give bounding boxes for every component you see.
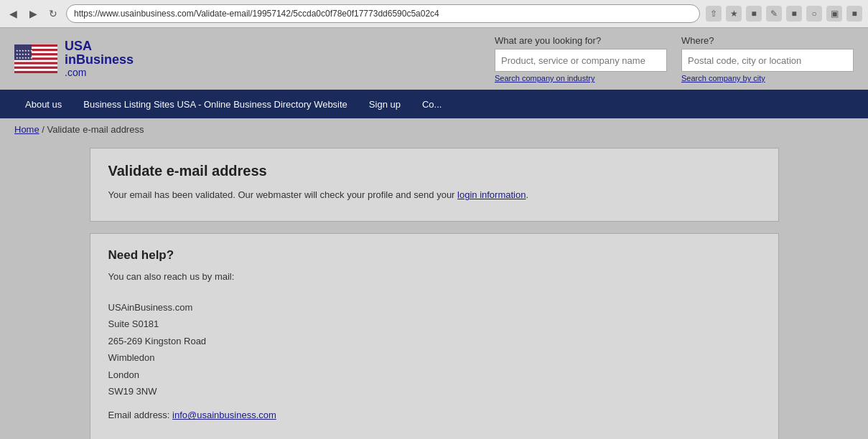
svg-rect-8 <box>14 62 57 65</box>
us-flag-icon: ★★★★★★ ★★★★★ ★★★★★★ <box>14 44 57 73</box>
svg-rect-11 <box>14 69 57 71</box>
search-area: What are you looking for? Search company… <box>495 35 854 82</box>
validate-description: Your email has been validated. Our webma… <box>108 188 760 202</box>
logo-usa: USA <box>65 39 134 54</box>
share-icon[interactable]: ⇧ <box>706 6 722 22</box>
url-bar[interactable] <box>66 4 700 23</box>
nav-business-listing[interactable]: Business Listing Sites USA - Online Busi… <box>73 99 358 110</box>
nav-co[interactable]: Co... <box>411 99 452 110</box>
address-line2: Suite S0181 <box>108 316 760 332</box>
site-header: ★★★★★★ ★★★★★ ★★★★★★ USA inBusiness .com … <box>0 28 868 90</box>
extension-icon6[interactable]: ■ <box>846 6 862 22</box>
breadcrumb-separator: / <box>42 124 47 135</box>
email-address-link[interactable]: info@usainbusiness.com <box>172 410 276 420</box>
email-line: Email address: info@usainbusiness.com <box>108 408 760 423</box>
browser-toolbar: ◀ ▶ ↻ ⇧ ★ ■ ✎ ■ ○ ▣ ■ <box>0 0 868 27</box>
address-line5: London <box>108 367 760 383</box>
logo-com: .com <box>65 67 134 78</box>
search-industry-link[interactable]: Search company on industry <box>495 74 667 82</box>
search-what-label: What are you looking for? <box>495 35 667 46</box>
browser-chrome: ◀ ▶ ↻ ⇧ ★ ■ ✎ ■ ○ ▣ ■ <box>0 0 868 28</box>
star-icon[interactable]: ★ <box>726 6 742 22</box>
validate-desc-after: . <box>526 189 528 200</box>
help-intro: You can also reach us by mail: <box>108 270 760 284</box>
address-block: USAinBusiness.com Suite S0181 265-269 Ki… <box>108 299 760 400</box>
svg-text:★★★★★★: ★★★★★★ <box>16 56 33 60</box>
nav-bar: About us Business Listing Sites USA - On… <box>0 90 868 118</box>
search-group-what: What are you looking for? Search company… <box>495 35 667 82</box>
nav-about[interactable]: About us <box>14 99 73 110</box>
browser-icons: ⇧ ★ ■ ✎ ■ ○ ▣ ■ <box>706 6 862 22</box>
email-label: Email address: <box>108 410 173 420</box>
nav-signup[interactable]: Sign up <box>358 99 411 110</box>
back-button[interactable]: ◀ <box>6 6 20 21</box>
content-area: Validate e-mail address Your email has b… <box>75 141 793 439</box>
help-box: Need help? You can also reach us by mail… <box>90 233 779 440</box>
address-line6: SW19 3NW <box>108 383 760 400</box>
logo-text: USA inBusiness .com <box>65 39 134 79</box>
search-what-input[interactable] <box>495 49 667 72</box>
svg-rect-12 <box>14 71 57 73</box>
svg-rect-9 <box>14 65 57 67</box>
extension-icon2[interactable]: ✎ <box>766 6 782 22</box>
search-where-input[interactable] <box>681 49 854 72</box>
page-wrapper: ★★★★★★ ★★★★★ ★★★★★★ USA inBusiness .com … <box>0 28 868 439</box>
svg-rect-7 <box>14 60 57 62</box>
extension-icon1[interactable]: ■ <box>746 6 762 22</box>
login-info-link[interactable]: login information <box>457 189 526 200</box>
breadcrumb-current: Validate e-mail address <box>47 124 144 135</box>
search-group-where: Where? Search company by city <box>681 35 854 82</box>
breadcrumb: Home / Validate e-mail address <box>0 118 868 141</box>
extension-icon5[interactable]: ▣ <box>826 6 842 22</box>
extension-icon4[interactable]: ○ <box>806 6 822 22</box>
address-line4: Wimbledon <box>108 349 760 366</box>
search-city-link[interactable]: Search company by city <box>681 74 854 82</box>
refresh-button[interactable]: ↻ <box>46 6 60 21</box>
breadcrumb-home[interactable]: Home <box>14 124 39 135</box>
logo-area: ★★★★★★ ★★★★★ ★★★★★★ USA inBusiness .com <box>14 39 134 79</box>
address-line1: USAinBusiness.com <box>108 299 760 316</box>
logo-inbusiness: inBusiness <box>65 53 134 67</box>
address-line3: 265-269 Kingston Road <box>108 333 760 349</box>
svg-rect-10 <box>14 67 57 69</box>
help-title: Need help? <box>108 248 760 263</box>
extension-icon3[interactable]: ■ <box>786 6 802 22</box>
search-where-label: Where? <box>681 35 854 46</box>
validate-title: Validate e-mail address <box>108 163 760 179</box>
validate-desc-before: Your email has been validated. Our webma… <box>108 189 458 200</box>
validate-box: Validate e-mail address Your email has b… <box>90 148 779 222</box>
forward-button[interactable]: ▶ <box>26 6 40 21</box>
